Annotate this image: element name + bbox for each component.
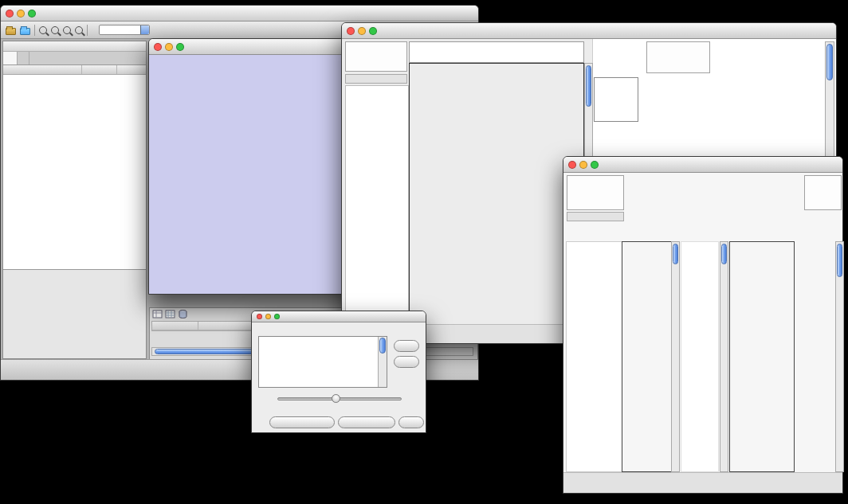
slider-thumb[interactable] [332, 394, 340, 403]
dna-column-dendrogram-canvas[interactable] [409, 41, 584, 63]
database-icon[interactable] [178, 309, 188, 319]
control-panel [2, 41, 147, 359]
minimize-button[interactable] [165, 43, 173, 51]
combo-arrow-icon[interactable] [140, 25, 149, 34]
col-network[interactable] [3, 65, 82, 74]
minimize-button[interactable] [579, 161, 587, 169]
dna-row-dendrogram-canvas[interactable] [345, 85, 409, 327]
select-attributes-icon[interactable] [152, 309, 163, 319]
control-panel-tabs [3, 52, 146, 65]
usage-hints-panel [646, 41, 710, 73]
zoom-view-vscrollbar[interactable] [720, 241, 728, 472]
control-panel-header [3, 41, 146, 52]
zoom-button[interactable] [28, 10, 36, 18]
network-overview-panel [3, 269, 146, 358]
treeview-combined-titlebar[interactable] [563, 157, 842, 173]
usage-hints-text [805, 178, 841, 179]
dendro-hscrollbar[interactable] [567, 212, 624, 221]
attribute-list[interactable] [258, 336, 387, 388]
usage-hints-text [647, 44, 709, 45]
dna-heatmap-canvas[interactable] [409, 63, 584, 327]
toolbar-divider [87, 25, 88, 36]
dialog-titlebar[interactable] [252, 311, 426, 322]
treeview-combined-window [563, 156, 843, 494]
map-colors-dialog [251, 311, 426, 433]
combined-button-bar [563, 472, 842, 493]
id-column-header[interactable] [152, 322, 198, 330]
combined-row-dendrogram-canvas[interactable] [566, 241, 622, 472]
move-up-button[interactable] [394, 340, 419, 352]
tab-network[interactable] [3, 52, 18, 64]
tab-vizmapper[interactable] [18, 52, 29, 64]
view-status-panel [345, 41, 407, 72]
minimize-button[interactable] [17, 10, 25, 18]
zoom-button[interactable] [274, 314, 280, 319]
close-button[interactable] [568, 161, 576, 169]
network-overview-canvas[interactable] [3, 270, 146, 358]
close-button[interactable] [154, 43, 162, 51]
treeview-dna-titlebar[interactable] [342, 23, 836, 39]
zoom-button[interactable] [176, 43, 184, 51]
animate-vizmap-button[interactable] [269, 416, 335, 428]
close-button[interactable] [257, 314, 262, 319]
zoom-out-icon[interactable] [39, 26, 47, 34]
minimize-button[interactable] [358, 27, 366, 35]
zoom-button[interactable] [369, 27, 377, 35]
zoom-in-icon[interactable] [51, 26, 59, 34]
view-status-text [567, 178, 623, 179]
zoom-fit-icon[interactable] [63, 26, 71, 34]
done-button[interactable] [398, 416, 424, 428]
desktop: { "icons": { "scroll_left": "◂", "scroll… [0, 0, 848, 504]
col-nodes[interactable] [82, 65, 117, 74]
window-controls [6, 10, 36, 18]
move-down-button[interactable] [394, 356, 419, 368]
toolbar-divider [34, 25, 35, 36]
open-session-icon[interactable] [6, 28, 16, 35]
search-input[interactable] [99, 25, 150, 35]
minimize-button[interactable] [265, 314, 271, 319]
attribute-table-icon[interactable] [165, 309, 175, 319]
network-table-header [3, 65, 146, 75]
network-table-body [3, 75, 146, 269]
tab-overflow-icon[interactable] [143, 52, 146, 64]
attribute-list-items [259, 338, 377, 387]
heatmap-vscrollbar[interactable] [671, 241, 680, 472]
main-titlebar[interactable] [1, 6, 478, 21]
create-vizmap-button[interactable] [338, 416, 395, 428]
zoom-heatmap-canvas[interactable] [729, 241, 795, 472]
dna-similarity-matrix-canvas[interactable] [594, 77, 638, 122]
close-button[interactable] [6, 10, 14, 18]
usage-hints-panel [804, 175, 842, 210]
col-edges[interactable] [117, 65, 146, 74]
zoom-selected-icon[interactable] [75, 26, 83, 34]
dendro-hscrollbar[interactable] [345, 74, 407, 84]
gene-list-vscrollbar[interactable] [835, 241, 844, 472]
close-button[interactable] [347, 27, 355, 35]
view-status-text [346, 44, 406, 45]
import-network-icon[interactable] [20, 28, 30, 35]
combined-heatmap-canvas[interactable] [622, 241, 672, 472]
view-status-panel [567, 175, 624, 210]
attribute-list-vscrollbar[interactable] [378, 337, 387, 387]
zoom-button[interactable] [591, 161, 599, 169]
